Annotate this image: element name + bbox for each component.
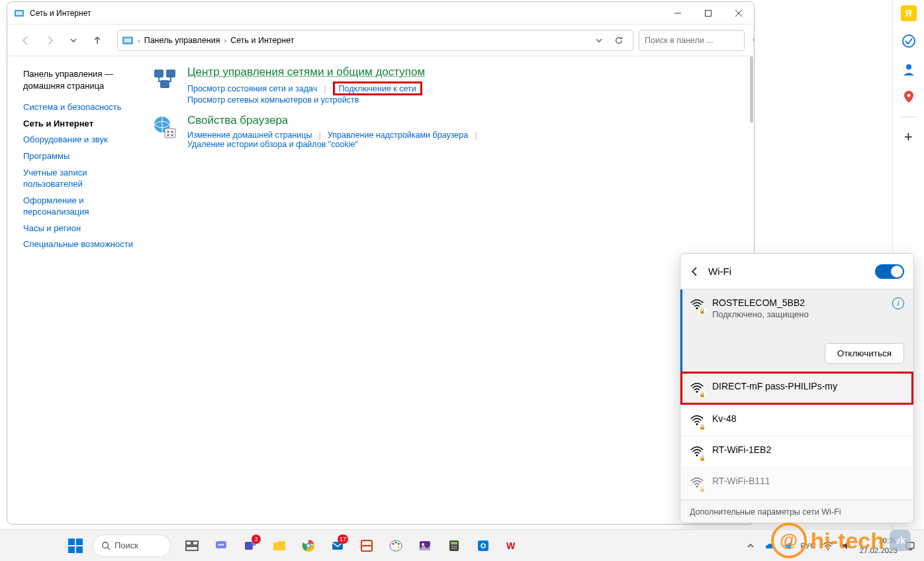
sidebar-item-programs[interactable]: Программы <box>23 150 140 162</box>
wifi-title: Wi-Fi <box>708 266 867 277</box>
refresh-icon[interactable] <box>614 36 629 45</box>
wifi-network-highlighted[interactable]: 🔒 DIRECT-mF pass-PHILIPs-my <box>680 372 913 405</box>
task-link-status[interactable]: Просмотр состояния сети и задач <box>187 84 317 93</box>
sidebar-item-network[interactable]: Сеть и Интернет <box>23 118 140 130</box>
maximize-button[interactable] <box>693 2 723 24</box>
rail-add-button[interactable]: + <box>901 129 917 145</box>
svg-rect-14 <box>165 128 175 138</box>
task-link-cookies[interactable]: Удаление истории обзора и файлов "cookie… <box>187 140 358 149</box>
taskbar-explorer-icon[interactable] <box>267 534 291 558</box>
nav-up-button[interactable] <box>88 31 107 50</box>
nav-back-button[interactable] <box>17 31 35 50</box>
control-panel-icon <box>14 8 24 19</box>
sidebar-item-hardware[interactable]: Оборудование и звук <box>23 134 140 146</box>
close-button[interactable] <box>723 2 754 24</box>
wifi-network-item[interactable]: 🔒 Kv-48 <box>680 405 913 436</box>
svg-point-53 <box>451 546 453 547</box>
search-input[interactable] <box>645 36 749 45</box>
task-link-connect[interactable]: Подключение к сети <box>339 84 416 93</box>
svg-point-18 <box>171 134 173 136</box>
tray-chevron-up-icon[interactable] <box>745 540 757 552</box>
svg-point-54 <box>453 546 455 547</box>
svg-rect-29 <box>186 541 191 545</box>
wifi-flyout: Wi-Fi 🔒 ROSTELECOM_5BB2 Подключено, защи… <box>680 253 914 523</box>
section-title[interactable]: Свойства браузера <box>187 114 484 127</box>
watermark-brand: hi-tech <box>811 528 884 554</box>
sidebar-home[interactable]: Панель управления — домашняя страница <box>23 68 140 92</box>
wifi-toggle[interactable] <box>875 264 904 279</box>
taskbar-chrome-icon[interactable] <box>297 534 320 558</box>
taskbar-mail-icon[interactable]: 17 <box>326 534 349 558</box>
nav-forward-button[interactable] <box>40 31 59 50</box>
svg-rect-11 <box>166 70 175 77</box>
wifi-network-connected[interactable]: 🔒 ROSTELECOM_5BB2 Подключено, защищено i… <box>680 289 913 372</box>
svg-point-15 <box>167 131 169 133</box>
taskbar-paint-icon[interactable] <box>384 534 408 558</box>
lock-icon: 🔒 <box>698 455 706 461</box>
svg-point-46 <box>395 541 397 543</box>
svg-point-8 <box>754 36 755 42</box>
minimize-button[interactable] <box>663 2 693 24</box>
chevron-right-icon: › <box>224 36 227 44</box>
search-box[interactable] <box>639 30 745 51</box>
sidebar-item-appearance[interactable]: Оформление и персонализация <box>23 195 140 218</box>
taskbar-wps-icon[interactable]: W <box>500 534 524 558</box>
task-link-homepage[interactable]: Изменение домашней страницы <box>187 130 312 140</box>
breadcrumb[interactable]: › Панель управления › Сеть и Интернет <box>117 30 633 51</box>
taskbar-chat-icon[interactable] <box>209 534 233 558</box>
section-title[interactable]: Центр управления сетями и общим доступом <box>187 66 425 79</box>
svg-point-48 <box>398 546 400 548</box>
taskbar-search[interactable]: Поиск <box>93 535 171 557</box>
search-icon <box>753 36 755 45</box>
chevron-right-icon: › <box>138 36 140 44</box>
window-title: Сеть и Интернет <box>30 9 663 18</box>
rail-user-icon[interactable] <box>901 61 917 77</box>
back-arrow-icon[interactable] <box>690 266 700 277</box>
content-area: Центр управления сетями и общим доступом… <box>140 56 754 524</box>
sidebar-item-accessibility[interactable]: Специальные возможности <box>23 238 140 250</box>
wifi-signal-icon: 🔒 <box>690 381 704 395</box>
task-link-view-computers[interactable]: Просмотр сетевых компьютеров и устройств <box>187 95 359 105</box>
svg-text:W: W <box>506 540 516 551</box>
svg-point-47 <box>398 542 400 544</box>
svg-rect-3 <box>706 10 712 16</box>
sidebar-item-system[interactable]: Система и безопасность <box>23 101 140 113</box>
rail-check-icon[interactable] <box>901 33 917 49</box>
wifi-signal-icon: 🔒 <box>690 476 704 490</box>
window-controls <box>663 2 754 24</box>
wifi-network-item[interactable]: 🔒 RT-WiFi-B111 <box>680 467 913 498</box>
sidebar-item-clock[interactable]: Часы и регион <box>23 223 140 234</box>
svg-point-34 <box>220 544 222 545</box>
task-link-addons[interactable]: Управление надстройками браузера <box>328 130 468 140</box>
at-symbol-icon: @ <box>771 523 807 558</box>
taskbar-teams-icon[interactable]: 3 <box>238 534 262 558</box>
taskbar-photos-icon[interactable] <box>413 534 437 558</box>
network-name: Kv-48 <box>712 413 737 428</box>
taskbar-taskview-icon[interactable] <box>180 534 204 558</box>
nav-recent-button[interactable] <box>64 31 83 50</box>
taskbar-snip-icon[interactable] <box>355 534 379 558</box>
taskbar-settings-icon[interactable] <box>471 534 495 558</box>
svg-point-21 <box>907 94 910 97</box>
scrollbar[interactable] <box>750 56 753 123</box>
wifi-network-item[interactable]: 🔒 RT-WiFi-1EB2 <box>680 436 913 467</box>
internet-options-icon <box>152 114 178 140</box>
svg-rect-31 <box>186 546 198 550</box>
wifi-settings-link[interactable]: Дополнительные параметры сети Wi-Fi <box>680 500 913 523</box>
disconnect-button[interactable]: Отключиться <box>825 343 904 364</box>
sidebar-item-accounts[interactable]: Учетные записи пользователей <box>23 167 140 190</box>
svg-rect-52 <box>451 542 457 544</box>
rail-maps-icon[interactable] <box>901 89 917 105</box>
sidebar: Панель управления — домашняя страница Си… <box>7 56 140 524</box>
svg-point-35 <box>222 544 224 545</box>
network-name: DIRECT-mF pass-PHILIPs-my <box>712 381 837 395</box>
start-button[interactable] <box>64 534 87 558</box>
info-icon[interactable]: i <box>892 297 904 309</box>
chevron-down-icon[interactable] <box>596 37 610 44</box>
wifi-signal-icon: 🔒 <box>690 413 704 428</box>
rail-yandex-icon[interactable]: Я <box>901 5 917 21</box>
breadcrumb-item[interactable]: Сеть и Интернет <box>230 36 294 45</box>
lock-icon: 🔒 <box>698 486 706 492</box>
taskbar-calculator-icon[interactable] <box>442 534 466 558</box>
breadcrumb-item[interactable]: Панель управления <box>144 36 220 45</box>
